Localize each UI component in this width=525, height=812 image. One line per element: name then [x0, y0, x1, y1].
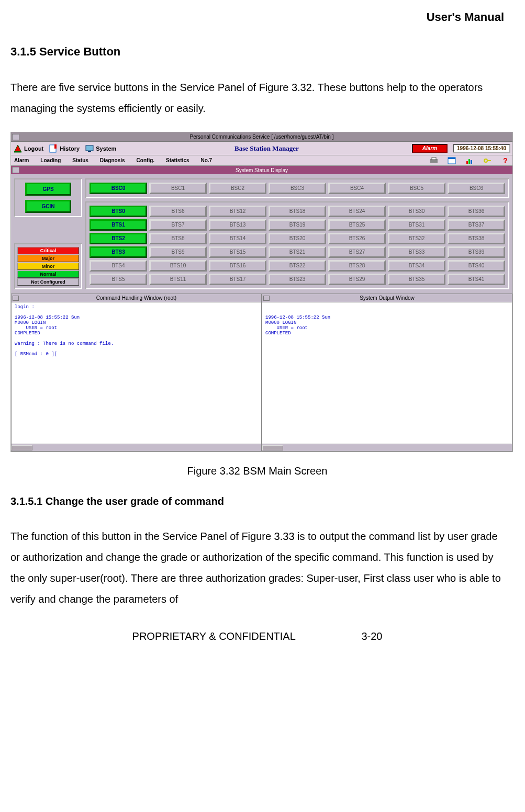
menu-diagnosis[interactable]: Diagnosis — [100, 157, 125, 163]
window-menu-icon[interactable] — [12, 134, 19, 140]
bts-button-bts25[interactable]: BTS25 — [328, 219, 386, 231]
bts-button-bts24[interactable]: BTS24 — [328, 206, 386, 217]
bsc-button-5[interactable]: BSC5 — [388, 183, 445, 194]
ssd-menu-icon[interactable] — [12, 167, 19, 173]
alarm-button[interactable]: Alarm — [412, 144, 448, 153]
logout-icon — [13, 144, 23, 153]
menu-statistics[interactable]: Statistics — [166, 157, 189, 163]
bts-button-bts41[interactable]: BTS41 — [448, 274, 505, 285]
system-button[interactable]: System — [85, 144, 116, 153]
subsection-title: 3.1.5.1 Change the user grade of command — [10, 495, 504, 508]
gps-button[interactable]: GPS — [25, 183, 71, 196]
svg-rect-11 — [468, 159, 470, 164]
window-title: Personal Communications Service [ /user/… — [190, 134, 334, 140]
bsc-button-1[interactable]: BSC1 — [149, 183, 207, 194]
bsc-button-3[interactable]: BSC3 — [269, 183, 326, 194]
bts-button-bts8[interactable]: BTS8 — [149, 233, 207, 244]
svg-rect-1 — [14, 151, 21, 152]
bsc-button-0[interactable]: BSC0 — [90, 183, 147, 194]
window-icon[interactable] — [448, 157, 456, 164]
cmd-menu-icon[interactable] — [13, 296, 19, 301]
bsc-button-2[interactable]: BSC2 — [209, 183, 266, 194]
history-button[interactable]: History — [49, 144, 80, 153]
gps-gcin-panel: GPS GCIN — [14, 178, 82, 217]
bts-button-bts23[interactable]: BTS23 — [269, 274, 326, 285]
bts-button-bts31[interactable]: BTS31 — [388, 219, 445, 231]
bts-button-bts21[interactable]: BTS21 — [269, 246, 326, 258]
bsc-button-4[interactable]: BSC4 — [328, 183, 386, 194]
key-icon[interactable] — [483, 157, 492, 164]
out-menu-icon[interactable] — [263, 296, 270, 301]
bts-button-bts13[interactable]: BTS13 — [209, 219, 266, 231]
bts-button-bts27[interactable]: BTS27 — [328, 246, 386, 258]
menu-alarm[interactable]: Alarm — [14, 157, 29, 163]
bts-button-bts34[interactable]: BTS34 — [388, 260, 445, 272]
bts-button-bts1[interactable]: BTS1 — [90, 219, 147, 231]
bts-button-bts39[interactable]: BTS39 — [448, 246, 505, 258]
cmd-window-body[interactable]: login : 1996-12-08 15:55:22 Sun M0000 LO… — [12, 302, 261, 444]
paragraph-1: There are five service buttons in the Se… — [10, 77, 504, 119]
out-window-body[interactable]: 1996-12-08 15:55:22 Sun M0000 LOGIN USER… — [262, 302, 512, 444]
out-scrollbar[interactable] — [262, 444, 512, 451]
menu-config[interactable]: Config. — [137, 157, 154, 163]
printer-icon[interactable] — [430, 157, 438, 164]
figure-caption: Figure 3.32 BSM Main Screen — [10, 465, 504, 477]
bts-button-bts35[interactable]: BTS35 — [388, 274, 445, 285]
legend-minor: Minor — [17, 263, 79, 270]
bts-button-bts0[interactable]: BTS0 — [90, 206, 147, 217]
bts-button-bts19[interactable]: BTS19 — [269, 219, 326, 231]
bts-button-bts17[interactable]: BTS17 — [209, 274, 266, 285]
menu-loading[interactable]: Loading — [40, 157, 61, 163]
command-window: Command Handling Window (root) login : 1… — [11, 294, 262, 452]
bsc-panel: BSC0BSC1BSC2BSC3BSC4BSC5BSC6 — [85, 178, 509, 198]
bts-button-bts29[interactable]: BTS29 — [328, 274, 386, 285]
bts-button-bts30[interactable]: BTS30 — [388, 206, 445, 217]
section-title: 3.1.5 Service Button — [10, 45, 504, 59]
bts-button-bts20[interactable]: BTS20 — [269, 233, 326, 244]
bts-button-bts12[interactable]: BTS12 — [209, 206, 266, 217]
bts-button-bts10[interactable]: BTS10 — [149, 260, 207, 272]
command-window-titlebar[interactable]: Command Handling Window (root) — [12, 294, 261, 302]
menu-no7[interactable]: No.7 — [201, 157, 213, 163]
bts-button-bts28[interactable]: BTS28 — [328, 260, 386, 272]
bts-button-bts3[interactable]: BTS3 — [90, 246, 147, 258]
svg-rect-10 — [466, 161, 468, 164]
bts-button-bts26[interactable]: BTS26 — [328, 233, 386, 244]
legend-not-configured: Not Configured — [17, 278, 79, 286]
output-window-titlebar[interactable]: System Output Window — [262, 294, 512, 302]
help-icon[interactable]: ? — [501, 157, 509, 164]
chart-icon[interactable] — [465, 157, 474, 164]
logout-button[interactable]: Logout — [13, 144, 43, 153]
bts-button-bts37[interactable]: BTS37 — [448, 219, 505, 231]
bts-button-bts5[interactable]: BTS5 — [90, 274, 147, 285]
bts-button-bts9[interactable]: BTS9 — [149, 246, 207, 258]
bts-button-bts32[interactable]: BTS32 — [388, 233, 445, 244]
bts-button-bts16[interactable]: BTS16 — [209, 260, 266, 272]
bts-button-bts14[interactable]: BTS14 — [209, 233, 266, 244]
bts-button-bts33[interactable]: BTS33 — [388, 246, 445, 258]
paragraph-2: The function of this button in the Servi… — [10, 526, 504, 610]
bts-button-bts11[interactable]: BTS11 — [149, 274, 207, 285]
bts-button-bts2[interactable]: BTS2 — [90, 233, 147, 244]
bts-button-bts22[interactable]: BTS22 — [269, 260, 326, 272]
ssd-titlebar[interactable]: System Status Display — [11, 166, 512, 174]
logout-label: Logout — [24, 145, 43, 152]
bts-button-bts4[interactable]: BTS4 — [90, 260, 147, 272]
system-label: System — [96, 145, 116, 152]
bts-button-bts7[interactable]: BTS7 — [149, 219, 207, 231]
gcin-button[interactable]: GCIN — [25, 200, 71, 213]
bts-button-bts40[interactable]: BTS40 — [448, 260, 505, 272]
bts-button-bts18[interactable]: BTS18 — [269, 206, 326, 217]
menu-status[interactable]: Status — [72, 157, 88, 163]
page-footer: PROPRIETARY & CONFIDENTIAL 3-20 — [10, 630, 504, 642]
cmd-window-title: Command Handling Window (root) — [96, 295, 176, 301]
bts-button-bts38[interactable]: BTS38 — [448, 233, 505, 244]
bts-button-bts36[interactable]: BTS36 — [448, 206, 505, 217]
window-titlebar[interactable]: Personal Communications Service [ /user/… — [11, 132, 512, 142]
bts-button-bts15[interactable]: BTS15 — [209, 246, 266, 258]
bsc-button-6[interactable]: BSC6 — [448, 183, 505, 194]
bts-button-bts6[interactable]: BTS6 — [149, 206, 207, 217]
cmd-scrollbar[interactable] — [12, 444, 261, 451]
svg-rect-4 — [86, 145, 93, 151]
history-label: History — [60, 145, 80, 152]
